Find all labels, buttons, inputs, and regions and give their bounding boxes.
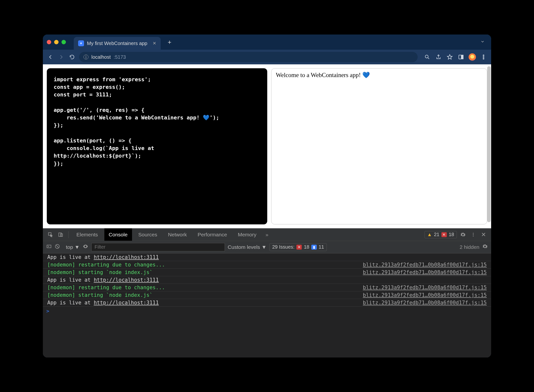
svg-point-4 [483,57,484,58]
close-tab-icon[interactable]: ✕ [153,41,156,46]
reload-button[interactable] [68,54,76,60]
issues-label: 29 Issues: [272,244,294,250]
maximize-window-button[interactable] [61,40,66,44]
chevron-down-icon: ▼ [261,244,267,250]
console-message: App is live at [47,300,94,306]
svg-rect-7 [59,233,61,236]
console-message: [nodemon] restarting due to changes... [47,285,165,290]
console-sidebar-icon[interactable] [46,244,52,250]
warnings-errors-badge[interactable]: ▲21 ✕18 [425,231,457,238]
preview-text: Welcome to a WebContainers app! 💙 [276,72,370,78]
console-url-link[interactable]: http://localhost:3111 [94,277,159,283]
console-row: [nodemon] starting `node index.js`blitz.… [43,291,491,299]
settings-icon[interactable] [459,232,467,237]
tab-title: My first WebContainers app [87,41,147,46]
console-row: [nodemon] restarting due to changes...bl… [43,261,491,269]
svg-point-3 [483,55,484,56]
inspect-element-icon[interactable] [46,232,55,237]
svg-point-9 [473,233,473,233]
console-row: App is live at http://localhost:3111blit… [43,299,491,307]
address-port: :5173 [114,54,126,60]
console-source-link[interactable]: blitz.2913a9f2fedb71…0b08a6f00d17f.js:15 [363,300,487,306]
chevron-down-icon: ▼ [74,244,80,250]
browser-toolbar: i localhost:5173 [43,50,491,64]
info-icon: ▮ [311,245,317,250]
svg-point-0 [425,55,428,58]
console-message: App is live at [47,254,94,260]
console-output[interactable]: App is live at http://localhost:3111[nod… [43,253,491,357]
console-source-link[interactable]: blitz.2913a9f2fedb71…0b08a6f00d17f.js:15 [363,285,487,290]
tab-sources[interactable]: Sources [134,228,162,241]
site-info-icon[interactable]: i [84,55,88,59]
tab-memory[interactable]: Memory [233,228,261,241]
bookmark-icon[interactable] [446,54,453,60]
svg-rect-2 [461,55,463,59]
console-prompt[interactable]: > [43,307,491,315]
devtools-close-icon[interactable]: ✕ [479,231,488,238]
error-count: 18 [449,232,454,237]
console-message: [nodemon] starting `node index.js` [47,269,153,275]
close-window-button[interactable] [47,40,51,44]
tab-elements[interactable]: Elements [72,228,102,241]
issues-info: 11 [319,244,324,250]
error-icon: ✕ [441,232,447,237]
console-message: App is live at [47,277,94,283]
device-toggle-icon[interactable] [57,232,65,237]
tab-network[interactable]: Network [164,228,191,241]
console-message: [nodemon] restarting due to changes... [47,262,165,268]
console-settings-icon[interactable] [482,244,488,250]
code-editor-panel[interactable]: import express from 'express'; const app… [47,68,267,224]
devtools-panel: Elements Console Sources Network Perform… [43,228,491,357]
console-source-link[interactable]: blitz.2913a9f2fedb71…0b08a6f00d17f.js:15 [363,292,487,298]
tab-console[interactable]: Console [104,228,132,241]
tab-performance[interactable]: Performance [193,228,231,241]
minimize-window-button[interactable] [54,40,59,44]
console-source-link[interactable]: blitz.2913a9f2fedb71…0b08a6f00d17f.js:15 [363,262,487,268]
zoom-icon[interactable] [424,54,431,60]
share-icon[interactable] [435,54,442,60]
console-source-link[interactable]: blitz.2913a9f2fedb71…0b08a6f00d17f.js:15 [363,269,487,275]
console-toolbar: top ▼ Custom levels ▼ 29 Issues: ✕18 ▮11… [43,241,491,253]
filter-input[interactable] [91,243,225,251]
log-levels-selector[interactable]: Custom levels ▼ [228,244,267,250]
console-url-link[interactable]: http://localhost:3111 [94,254,159,260]
console-message: [nodemon] starting `node index.js` [47,292,153,298]
scrollbar[interactable] [487,66,491,222]
live-expression-icon[interactable] [83,243,88,251]
svg-point-5 [483,58,484,59]
console-row: App is live at http://localhost:3111 [43,253,491,261]
console-row: App is live at http://localhost:3111 [43,276,491,284]
side-panel-icon[interactable] [457,54,465,60]
address-host: localhost [91,54,111,60]
menu-icon[interactable] [480,54,487,60]
issues-errors: 18 [304,244,309,250]
warning-count: 21 [434,232,439,237]
tab-bar: My first WebContainers app ✕ + [43,35,491,50]
browser-tab[interactable]: My first WebContainers app ✕ [74,37,161,50]
forward-button[interactable] [58,54,65,60]
new-tab-button[interactable]: + [165,38,174,46]
bolt-icon [78,40,84,46]
more-tabs-icon[interactable]: » [263,232,271,238]
clear-console-icon[interactable] [55,244,60,250]
error-icon: ✕ [296,245,302,250]
svg-point-10 [473,234,473,235]
issues-badge[interactable]: 29 Issues: ✕18 ▮11 [269,243,327,251]
devtools-menu-icon[interactable] [469,232,477,237]
traffic-lights [47,40,66,44]
preview-panel: Welcome to a WebContainers app! 💙 [271,68,487,224]
console-row: [nodemon] starting `node index.js`blitz.… [43,269,491,276]
browser-window: My first WebContainers app ✕ + i localho… [43,35,491,357]
page-content: import express from 'express'; const app… [43,64,491,228]
console-row: [nodemon] restarting due to changes...bl… [43,284,491,291]
profile-avatar[interactable] [469,53,476,61]
back-button[interactable] [47,54,54,60]
address-bar[interactable]: i localhost:5173 [79,52,418,62]
devtools-tabs: Elements Console Sources Network Perform… [43,228,491,241]
svg-point-11 [473,236,473,236]
console-url-link[interactable]: http://localhost:3111 [94,300,159,306]
hidden-count[interactable]: 2 hidden [460,244,479,250]
tabs-dropdown-icon[interactable] [480,39,487,45]
warning-icon: ▲ [427,232,432,237]
context-selector[interactable]: top ▼ [66,244,80,250]
